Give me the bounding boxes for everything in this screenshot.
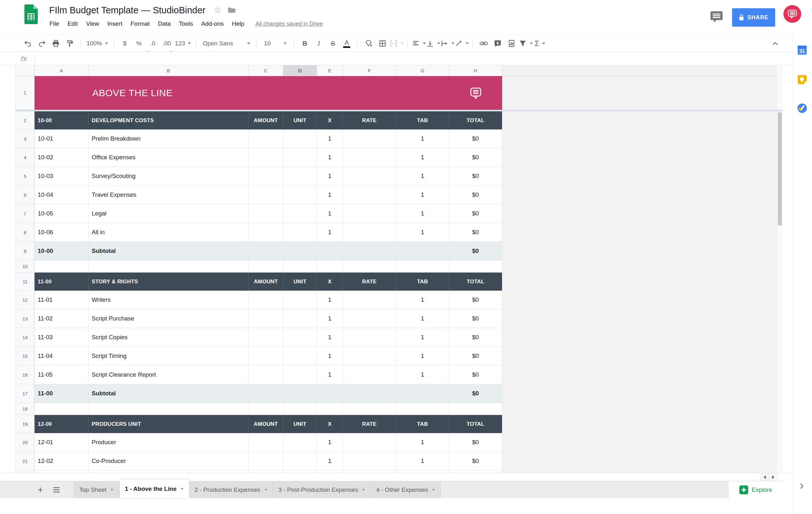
tab-1-above-the-line[interactable]: 1 - Above the Line bbox=[119, 479, 190, 498]
row-header-1[interactable]: 1 bbox=[16, 76, 35, 110]
menu-file[interactable]: File bbox=[46, 20, 63, 27]
tab-3-post-production-expenses[interactable]: 3 - Post-Production Expenses bbox=[273, 481, 371, 498]
cell-D14[interactable] bbox=[283, 328, 317, 347]
cell-G15[interactable]: 1 bbox=[396, 347, 449, 366]
cell-B12[interactable]: Writers bbox=[88, 291, 249, 309]
row-header-5[interactable]: 5 bbox=[16, 167, 35, 185]
decrease-decimal-button[interactable]: .0← bbox=[146, 36, 160, 51]
row-header-18[interactable]: 18 bbox=[16, 403, 35, 415]
cell-H15[interactable]: $0 bbox=[449, 347, 502, 366]
row-header-21[interactable]: 21 bbox=[16, 452, 35, 470]
row-header-14[interactable]: 14 bbox=[16, 328, 35, 347]
row-header-10[interactable]: 10 bbox=[16, 260, 35, 273]
cell-B7[interactable]: Legal bbox=[88, 204, 249, 223]
more-formats-button[interactable]: 123 bbox=[174, 36, 193, 51]
cell-B20[interactable]: Producer bbox=[88, 433, 249, 452]
cell-G13[interactable]: 1 bbox=[396, 309, 449, 328]
cell-E16[interactable]: 1 bbox=[317, 366, 343, 384]
cell-D18[interactable] bbox=[283, 403, 317, 415]
cell-D21[interactable] bbox=[283, 452, 317, 470]
column-header-G[interactable]: G bbox=[396, 65, 449, 76]
cell-H7[interactable]: $0 bbox=[449, 204, 502, 223]
row-header-6[interactable]: 6 bbox=[16, 185, 35, 204]
column-header-F[interactable]: F bbox=[343, 65, 396, 76]
cell-B10[interactable] bbox=[88, 260, 249, 273]
cell-A8[interactable]: 10-06 bbox=[35, 223, 88, 242]
cell-F8[interactable] bbox=[343, 223, 396, 242]
cell-B17[interactable]: Subtotal bbox=[88, 384, 249, 403]
cell-D10[interactable] bbox=[283, 260, 317, 273]
merged-banner-cell[interactable]: ABOVE THE LINE bbox=[35, 76, 502, 110]
cell-H8[interactable]: $0 bbox=[449, 223, 502, 242]
calendar-icon[interactable]: 31 bbox=[797, 45, 808, 56]
bold-button[interactable]: B bbox=[298, 36, 312, 51]
cell-G8[interactable]: 1 bbox=[396, 223, 449, 242]
format-currency-button[interactable]: $ bbox=[118, 36, 132, 51]
row-header-8[interactable]: 8 bbox=[16, 223, 35, 242]
italic-button[interactable]: I bbox=[312, 36, 326, 51]
format-percent-button[interactable]: % bbox=[132, 36, 146, 51]
text-rotation-button[interactable] bbox=[455, 36, 469, 51]
cell-B14[interactable]: Script Copies bbox=[88, 328, 249, 347]
cell-B6[interactable]: Travel Expenses bbox=[88, 185, 249, 204]
cell-B16[interactable]: Script Clearance Report bbox=[88, 366, 249, 384]
explore-button[interactable]: Explore bbox=[728, 481, 783, 498]
cell-C10[interactable] bbox=[249, 260, 283, 273]
cell-D20[interactable] bbox=[283, 433, 317, 452]
all-sheets-button[interactable] bbox=[50, 483, 63, 497]
column-header-E[interactable]: E bbox=[317, 65, 343, 76]
cell-E14[interactable]: 1 bbox=[317, 328, 343, 347]
cell-H22[interactable] bbox=[449, 470, 502, 473]
cell-H12[interactable]: $0 bbox=[449, 291, 502, 309]
cell-D15[interactable] bbox=[283, 347, 317, 366]
cell-B22[interactable] bbox=[88, 470, 249, 473]
cell-G22[interactable] bbox=[396, 470, 449, 473]
cell-H18[interactable] bbox=[449, 403, 502, 415]
row-header-7[interactable]: 7 bbox=[16, 204, 35, 223]
share-button[interactable]: SHARE bbox=[732, 8, 775, 27]
cell-D22[interactable] bbox=[283, 470, 317, 473]
cell-H16[interactable]: $0 bbox=[449, 366, 502, 384]
menu-format[interactable]: Format bbox=[126, 20, 154, 27]
sheets-logo-icon[interactable] bbox=[24, 4, 38, 24]
cell-E19[interactable]: X bbox=[317, 415, 343, 433]
increase-decimal-button[interactable]: .00→ bbox=[160, 36, 174, 51]
cell-A2[interactable]: 10-00 bbox=[35, 111, 88, 130]
cell-F10[interactable] bbox=[343, 260, 396, 273]
row-header-11[interactable]: 11 bbox=[16, 273, 35, 291]
column-header-H[interactable]: H bbox=[449, 65, 502, 76]
row-header-13[interactable]: 13 bbox=[16, 309, 35, 328]
horizontal-align-button[interactable] bbox=[412, 36, 426, 51]
fill-color-button[interactable] bbox=[361, 36, 376, 51]
menu-help[interactable]: Help bbox=[228, 20, 249, 27]
cell-C13[interactable] bbox=[249, 309, 283, 328]
cell-C4[interactable] bbox=[249, 148, 283, 167]
cell-H4[interactable]: $0 bbox=[449, 148, 502, 167]
cell-G4[interactable]: 1 bbox=[396, 148, 449, 167]
cell-C3[interactable] bbox=[249, 130, 283, 148]
cell-F14[interactable] bbox=[343, 328, 396, 347]
cell-B9[interactable]: Subtotal bbox=[88, 242, 249, 260]
formula-input[interactable] bbox=[35, 52, 792, 65]
redo-button[interactable] bbox=[35, 36, 49, 51]
cell-D4[interactable] bbox=[283, 148, 317, 167]
cell-A15[interactable]: 11-04 bbox=[35, 347, 88, 366]
cell-A13[interactable]: 11-02 bbox=[35, 309, 88, 328]
cell-F15[interactable] bbox=[343, 347, 396, 366]
row-header-20[interactable]: 20 bbox=[16, 433, 35, 452]
cell-H19[interactable]: TOTAL bbox=[449, 415, 502, 433]
row-header-2[interactable]: 2 bbox=[16, 111, 35, 130]
cell-A18[interactable] bbox=[35, 403, 88, 415]
star-icon[interactable]: ☆ bbox=[214, 5, 222, 15]
cell-G18[interactable] bbox=[396, 403, 449, 415]
cell-C22[interactable] bbox=[249, 470, 283, 473]
collapse-toolbar-button[interactable] bbox=[767, 35, 783, 52]
tab-2-production-expenses[interactable]: 2 - Production Expenses bbox=[190, 481, 273, 498]
filter-button[interactable] bbox=[519, 36, 533, 51]
cell-A10[interactable] bbox=[35, 260, 88, 273]
cell-C20[interactable] bbox=[249, 433, 283, 452]
comments-button[interactable] bbox=[710, 11, 723, 24]
undo-button[interactable] bbox=[21, 36, 35, 51]
row-header-3[interactable]: 3 bbox=[16, 130, 35, 148]
cell-C11[interactable]: AMOUNT bbox=[249, 273, 283, 291]
